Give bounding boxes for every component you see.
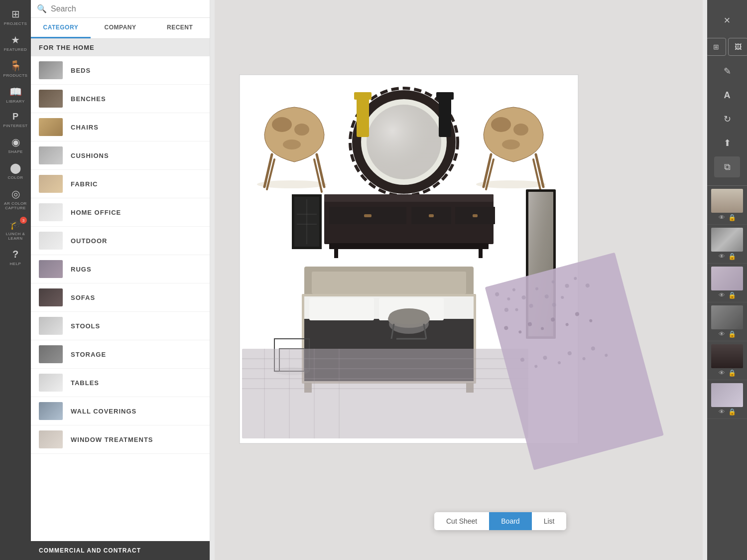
layer-lock-icon-mirror[interactable]: 🔒 (728, 253, 736, 260)
tab-company[interactable]: COMPANY (91, 18, 150, 38)
shape-icon: ◉ (11, 136, 20, 148)
layer-thumb-bed[interactable] (711, 189, 743, 213)
section-footer-commercial[interactable]: COMMERCIAL AND CONTRACT (31, 541, 210, 560)
category-item-storage[interactable]: STORAGE (31, 340, 210, 369)
category-label-beds: BEDS (71, 67, 91, 74)
category-thumb-windowtreatments (39, 430, 63, 448)
category-thumb-outdoor (39, 232, 63, 250)
category-item-stools[interactable]: STOOLS (31, 312, 210, 340)
rotate-button[interactable]: ↻ (714, 109, 740, 130)
sidebar-item-featured[interactable]: ★ FEATURED (0, 30, 31, 56)
category-label-rugs: RUGS (71, 266, 92, 273)
sidebar-item-shape[interactable]: ◉ SHAPE (0, 132, 31, 158)
category-item-benches[interactable]: BENCHES (31, 85, 210, 113)
category-label-sofas: SOFAS (71, 294, 95, 301)
sidebar-item-ar[interactable]: ◎ AR COLOR CAPTURE (0, 184, 31, 214)
layer-thumb-rug[interactable] (711, 267, 743, 290)
layer-eye-icon-dresser[interactable]: 👁 (719, 369, 725, 377)
layer-lock-icon-rug2[interactable]: 🔒 (728, 408, 736, 416)
category-item-rugs[interactable]: RUGS (31, 255, 210, 283)
category-item-homeoffice[interactable]: HOME OFFICE (31, 198, 210, 227)
share-button[interactable]: ⬆ (714, 133, 740, 153)
layer-thumb-mirror[interactable] (711, 228, 743, 252)
sidebar-panel: 🔍 CATEGORY COMPANY RECENT FOR THE HOME B… (31, 0, 210, 560)
category-item-cushions[interactable]: CUSHIONS (31, 141, 210, 170)
sidebar-item-pinterest[interactable]: P PINTEREST (0, 108, 31, 132)
help-label: HELP (10, 262, 21, 266)
svg-rect-25 (436, 92, 454, 100)
category-item-sofas[interactable]: SOFAS (31, 283, 210, 312)
layer-item-rug2: 👁 🔒 (707, 380, 747, 419)
category-thumb-storage (39, 345, 63, 363)
layer-controls-mirror: 👁 🔒 (719, 253, 736, 260)
category-item-fabric[interactable]: FABRIC (31, 170, 210, 198)
svg-point-15 (491, 117, 511, 132)
layer-lock-icon-dresser[interactable]: 🔒 (728, 369, 736, 377)
image-view-button[interactable]: 🖼 (728, 38, 747, 56)
category-item-wallcoverings[interactable]: WALL COVERINGS (31, 397, 210, 425)
category-item-tables[interactable]: TABLES (31, 369, 210, 397)
layer-lock-icon-bed[interactable]: 🔒 (728, 214, 736, 221)
text-button[interactable]: A (714, 85, 740, 106)
cutsheet-button[interactable]: Cut Sheet (434, 512, 489, 530)
sidebar-item-lunch[interactable]: 3 🎓 LUNCH &LEARN (0, 214, 31, 245)
list-button[interactable]: List (532, 512, 567, 530)
layer-lock-icon-rug[interactable]: 🔒 (728, 291, 736, 299)
category-item-windowtreatments[interactable]: WINDOW TREATMENTS (31, 425, 210, 454)
pinterest-label: PINTEREST (3, 124, 27, 128)
svg-point-16 (513, 124, 528, 136)
sidebar-item-color[interactable]: ⬤ COLOR (0, 158, 31, 184)
category-item-chairs[interactable]: CHAIRS (31, 113, 210, 141)
bottom-toolbar: Cut Sheet Board List (434, 512, 566, 530)
layer-item-rug: 👁 🔒 (707, 264, 747, 302)
star-icon: ★ (11, 34, 20, 46)
svg-rect-67 (242, 349, 528, 438)
layer-thumb-dresser[interactable] (711, 344, 743, 368)
sidebar-item-projects[interactable]: ⊞ PROJECTS (0, 4, 31, 30)
grid-view-button[interactable]: ⊞ (706, 38, 726, 56)
layer-item-bed: 👁 🔒 (707, 186, 747, 225)
layer-eye-icon-mirror[interactable]: 👁 (719, 253, 725, 260)
svg-rect-35 (334, 248, 338, 258)
color-icon: ⬤ (10, 162, 21, 174)
layer-lock-icon-stool[interactable]: 🔒 (728, 330, 736, 338)
layer-eye-icon-rug2[interactable]: 👁 (719, 408, 725, 416)
category-label-tables: TABLES (71, 379, 99, 387)
layers-button[interactable]: ⧉ (714, 156, 740, 177)
category-thumb-benches (39, 90, 63, 108)
svg-point-17 (502, 140, 520, 149)
category-label-homeoffice: HOME OFFICE (71, 209, 121, 216)
tab-category[interactable]: CATEGORY (31, 18, 91, 38)
svg-rect-32 (429, 214, 434, 217)
sidebar-item-products[interactable]: 🪑 PRODUCTS (0, 56, 31, 82)
main-canvas: Cut Sheet Board List (210, 0, 707, 560)
layer-controls-stool: 👁 🔒 (719, 330, 736, 338)
svg-rect-50 (309, 298, 374, 320)
tab-recent[interactable]: RECENT (150, 18, 210, 38)
close-button[interactable]: × (714, 10, 740, 31)
svg-rect-36 (479, 248, 483, 258)
sidebar-item-library[interactable]: 📖 LIBRARY (0, 82, 31, 108)
layer-thumb-stool[interactable] (711, 305, 743, 329)
category-label-storage: STORAGE (71, 351, 106, 358)
category-thumb-wallcoverings (39, 402, 63, 420)
right-panel-top: × ⊞ 🖼 ✎ A ↻ ⬆ ⧉ (707, 5, 747, 186)
category-label-outdoor: OUTDOOR (71, 237, 107, 245)
layer-eye-icon-stool[interactable]: 👁 (719, 330, 725, 338)
category-item-outdoor[interactable]: OUTDOOR (31, 227, 210, 255)
svg-point-8 (294, 124, 309, 136)
layer-item-dresser: 👁 🔒 (707, 341, 747, 380)
layer-thumb-rug2[interactable] (711, 383, 743, 407)
category-thumb-sofas (39, 288, 63, 306)
sidebar-item-help[interactable]: ? HELP (0, 245, 31, 270)
layer-eye-icon-rug[interactable]: 👁 (719, 291, 725, 299)
right-panel: × ⊞ 🖼 ✎ A ↻ ⬆ ⧉ 👁 🔒 👁 (707, 0, 747, 560)
layer-eye-icon-bed[interactable]: 👁 (719, 214, 725, 221)
board-button[interactable]: Board (489, 512, 531, 530)
search-input[interactable] (51, 4, 204, 13)
category-item-beds[interactable]: BEDS (31, 56, 210, 85)
svg-point-9 (283, 140, 301, 149)
edit-button[interactable]: ✎ (714, 61, 740, 82)
svg-rect-24 (439, 97, 451, 137)
lunch-label: LUNCH &LEARN (6, 232, 25, 241)
